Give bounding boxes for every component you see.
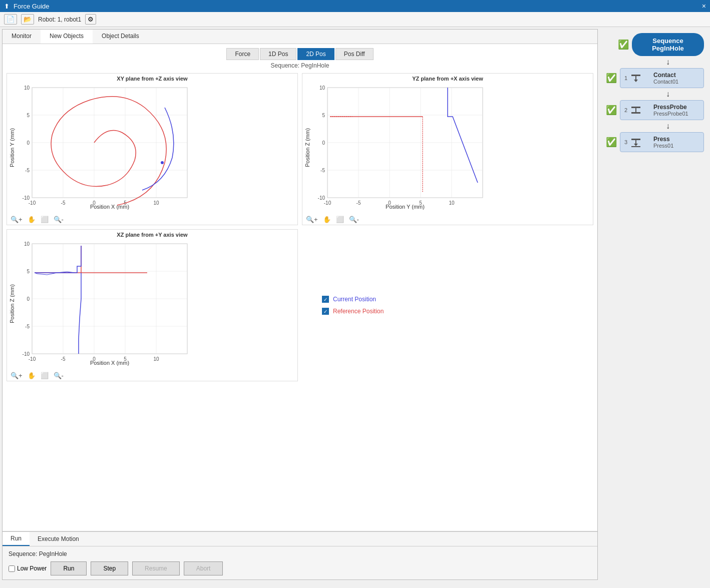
svg-text:0: 0 xyxy=(27,296,30,302)
plot-yz: YZ plane from +X axis view xyxy=(302,73,593,225)
flow-node-name-press: Press01 xyxy=(653,143,673,149)
svg-rect-78 xyxy=(631,75,640,76)
zoom-in-btn-xy[interactable]: 🔍+ xyxy=(9,215,24,224)
flow-node-pressprobe[interactable]: 2 PressProbe PressProbe01 xyxy=(620,100,704,120)
main-tabs: Monitor New Objects Object Details xyxy=(3,30,597,44)
abort-button[interactable]: Abort xyxy=(184,561,223,575)
plot-xy-controls: 🔍+ ✋ ⬜ 🔍- xyxy=(7,214,297,225)
contact-node-row: ✅ 1 Contact Contact01 xyxy=(606,68,704,88)
settings-button[interactable]: ⚙ xyxy=(85,14,96,25)
sequence-node-row: ✅ SequencePegInHole xyxy=(606,33,704,56)
flow-node-number-1: 1 xyxy=(624,75,627,81)
svg-text:0: 0 xyxy=(27,140,30,146)
svg-rect-84 xyxy=(631,139,640,140)
svg-rect-82 xyxy=(631,112,640,114)
right-panel: ✅ SequencePegInHole ↓ ✅ 1 Contact Contac… xyxy=(600,27,710,582)
zoom-out-btn-xz[interactable]: 🔍- xyxy=(52,371,65,380)
svg-text:-10: -10 xyxy=(23,351,30,357)
plot-xz: XZ plane from +Y axis view xyxy=(7,229,298,381)
flow-arrow-1: ↓ xyxy=(640,58,670,66)
tab-object-details[interactable]: Object Details xyxy=(93,30,148,44)
title-bar: ⬆ Force Guide × xyxy=(0,0,710,12)
svg-text:-10: -10 xyxy=(29,200,36,206)
flow-node-type-pressprobe: PressProbe xyxy=(653,104,688,111)
flow-node-contact[interactable]: 1 Contact Contact01 xyxy=(620,68,704,88)
pressprobe-node-row: ✅ 2 PressProbe PressProbe01 xyxy=(606,100,704,120)
plot-yz-controls: 🔍+ ✋ ⬜ 🔍- xyxy=(302,214,593,225)
zoom-in-btn-yz[interactable]: 🔍+ xyxy=(304,215,319,224)
open-file-button[interactable]: 📂 xyxy=(21,14,34,25)
sequence-node[interactable]: SequencePegInHole xyxy=(632,33,704,56)
view-tab-pos-diff[interactable]: Pos Diff xyxy=(335,48,374,60)
step-button[interactable]: Step xyxy=(91,561,128,575)
bottom-tab-run[interactable]: Run xyxy=(3,532,30,546)
legend-item-current: ✓ Current Position xyxy=(322,296,573,303)
sequence-label: Sequence: PegInHole xyxy=(7,62,593,69)
zoom-in-btn-xz[interactable]: 🔍+ xyxy=(9,371,24,380)
select-btn-yz[interactable]: ⬜ xyxy=(334,215,345,224)
new-file-button[interactable]: 📄 xyxy=(4,14,17,25)
svg-marker-80 xyxy=(634,80,638,82)
pan-btn-xy[interactable]: ✋ xyxy=(26,215,37,224)
svg-text:-10: -10 xyxy=(324,200,331,206)
run-button[interactable]: Run xyxy=(51,561,87,575)
svg-text:-5: -5 xyxy=(25,168,30,173)
flow-node-pressprobe-content: PressProbe PressProbe01 xyxy=(653,104,688,117)
low-power-label[interactable]: Low Power xyxy=(9,565,47,572)
title-icon: ⬆ xyxy=(4,3,10,10)
select-btn-xz[interactable]: ⬜ xyxy=(39,371,50,380)
flow-node-type-press: Press xyxy=(653,136,673,143)
svg-text:-10: -10 xyxy=(23,195,30,201)
resume-button[interactable]: Resume xyxy=(132,561,180,575)
legend-label-current: Current Position xyxy=(333,296,376,303)
svg-text:-5: -5 xyxy=(357,200,361,206)
view-tab-1d-pos[interactable]: 1D Pos xyxy=(260,48,296,60)
zoom-out-btn-yz[interactable]: 🔍- xyxy=(347,215,361,224)
pan-btn-xz[interactable]: ✋ xyxy=(26,371,37,380)
contact-icon xyxy=(630,73,641,84)
view-tab-force[interactable]: Force xyxy=(226,48,259,60)
svg-text:0: 0 xyxy=(93,200,96,206)
flow-node-type-contact: Contact xyxy=(653,72,678,79)
check-icon-sequence: ✅ xyxy=(618,39,629,50)
svg-text:-5: -5 xyxy=(61,356,66,362)
svg-text:10: 10 xyxy=(24,241,30,247)
svg-marker-86 xyxy=(634,144,638,146)
svg-text:10: 10 xyxy=(24,85,30,91)
svg-text:Position Y (mm): Position Y (mm) xyxy=(9,128,15,167)
svg-text:-5: -5 xyxy=(25,324,30,329)
low-power-checkbox[interactable] xyxy=(9,565,15,572)
legend-item-reference: ✓ Reference Position xyxy=(322,308,573,315)
legend-checkbox-current[interactable]: ✓ xyxy=(322,296,329,303)
svg-text:0: 0 xyxy=(322,140,325,146)
plot-xz-svg: Position X (mm) Position Z (mm) -10 -5 0… xyxy=(7,239,197,369)
tab-monitor[interactable]: Monitor xyxy=(3,30,41,44)
close-button[interactable]: × xyxy=(702,2,706,10)
check-icon-press: ✅ xyxy=(606,137,617,148)
view-tab-2d-pos[interactable]: 2D Pos xyxy=(297,48,334,60)
select-btn-xy[interactable]: ⬜ xyxy=(39,215,50,224)
plot-yz-svg: Position Y (mm) Position Z (mm) -10 -5 0… xyxy=(302,83,493,213)
svg-text:0: 0 xyxy=(388,200,391,206)
legend-checkbox-reference[interactable]: ✓ xyxy=(322,308,329,315)
title-text: Force Guide xyxy=(14,3,50,10)
pan-btn-yz[interactable]: ✋ xyxy=(321,215,332,224)
tab-new-objects[interactable]: New Objects xyxy=(41,30,93,44)
view-tabs: Force 1D Pos 2D Pos Pos Diff xyxy=(7,48,593,60)
svg-text:5: 5 xyxy=(27,113,30,118)
svg-text:Position Z (mm): Position Z (mm) xyxy=(304,128,310,167)
svg-text:5: 5 xyxy=(27,269,30,274)
flow-node-press-content: Press Press01 xyxy=(653,136,673,149)
svg-point-24 xyxy=(161,161,164,164)
zoom-out-btn-xy[interactable]: 🔍- xyxy=(52,215,65,224)
bottom-tab-execute-motion[interactable]: Execute Motion xyxy=(30,532,87,546)
check-icon-pressprobe: ✅ xyxy=(606,105,617,116)
svg-text:-10: -10 xyxy=(318,195,325,201)
flow-node-number-3: 3 xyxy=(624,139,627,145)
flow-node-name-contact: Contact01 xyxy=(653,79,678,85)
flow-arrow-3: ↓ xyxy=(640,122,670,130)
plot-xz-title: XZ plane from +Y axis view xyxy=(7,230,297,239)
flow-arrow-2: ↓ xyxy=(640,90,670,98)
flow-node-contact-content: Contact Contact01 xyxy=(653,72,678,85)
flow-node-press[interactable]: 3 Press Press01 xyxy=(620,132,704,152)
